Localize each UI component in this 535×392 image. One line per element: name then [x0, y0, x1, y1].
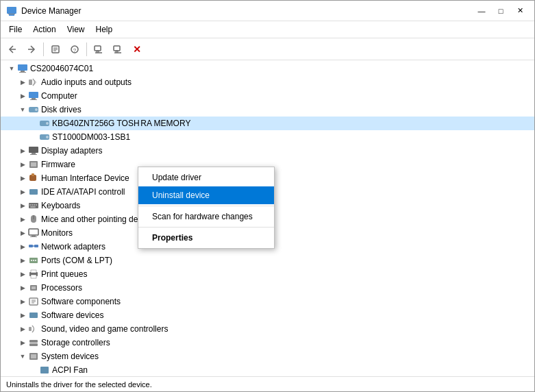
scan-hardware-button[interactable] [90, 41, 108, 58]
disk1-label: KBG40ZNT256G TOSH RA MEMORY [52, 119, 190, 128]
svg-point-52 [33, 260, 34, 261]
menu-action[interactable]: Action [27, 23, 61, 36]
tree-item-ports[interactable]: Ports (COM & LPT) [1, 254, 534, 267]
tree-item-print[interactable]: Print queues [1, 267, 534, 281]
tree-item-audio[interactable]: Audio inputs and outputs [1, 75, 534, 89]
svg-rect-18 [29, 79, 32, 85]
display-expand[interactable] [17, 145, 28, 156]
context-update-driver[interactable]: Update driver [138, 169, 274, 186]
close-button[interactable]: ✕ [511, 4, 529, 18]
tree-item-processors[interactable]: Processors [1, 281, 534, 295]
print-label: Print queues [41, 269, 87, 279]
tree-item-computer[interactable]: Computer [1, 89, 534, 103]
svg-rect-40 [36, 204, 37, 206]
tree-item-softcomp[interactable]: Software components [1, 295, 534, 308]
forward-button[interactable] [23, 41, 40, 58]
sound-expand[interactable] [17, 323, 28, 334]
toolbar-separator-1 [43, 42, 44, 56]
svg-rect-41 [30, 206, 36, 208]
context-scan-hardware[interactable]: Scan for hardware changes [138, 208, 274, 225]
tree-item-acpi1[interactable]: ACPI Fan [1, 363, 534, 376]
disk-label: Disk drives [41, 105, 82, 114]
ports-expand[interactable] [17, 255, 28, 266]
properties-toolbar-button[interactable] [47, 41, 64, 58]
disk2-icon [39, 132, 50, 143]
tree-item-disk2[interactable]: ST1000DM003-1SB1 [1, 130, 534, 144]
delete-toolbar-button[interactable]: ✕ [128, 41, 146, 58]
svg-rect-15 [18, 64, 27, 71]
svg-rect-29 [32, 153, 36, 154]
svg-rect-12 [114, 46, 120, 51]
storage-expand[interactable] [17, 337, 28, 348]
back-button[interactable] [3, 41, 21, 58]
app-icon [6, 5, 17, 16]
mice-expand[interactable] [17, 214, 28, 225]
svg-rect-58 [32, 286, 36, 289]
ide-icon [28, 186, 39, 197]
svg-rect-19 [29, 92, 38, 98]
ports-icon [28, 255, 39, 266]
tree-item-system[interactable]: System devices [1, 350, 534, 363]
menu-help[interactable]: Help [90, 23, 119, 36]
tree-item-disk1[interactable]: KBG40ZNT256G TOSH RA MEMORY [1, 117, 534, 130]
svg-rect-1 [9, 14, 14, 16]
svg-text:?: ? [73, 47, 77, 53]
network-label: Network adapters [41, 242, 105, 252]
svg-rect-28 [29, 147, 38, 153]
tree-item-softdev[interactable]: Software devices [1, 308, 534, 322]
window-title: Device Manager [21, 6, 81, 16]
network-expand[interactable] [17, 241, 28, 252]
maximize-button[interactable]: □ [492, 4, 510, 18]
softcomp-icon [28, 296, 39, 307]
firmware-expand[interactable] [17, 159, 28, 170]
monitors-expand[interactable] [17, 228, 28, 238]
tree-item-disk[interactable]: Disk drives [1, 103, 534, 117]
disk-expand[interactable] [17, 104, 28, 115]
context-uninstall-device[interactable]: Uninstall device [138, 186, 274, 204]
system-expand[interactable] [17, 351, 28, 362]
svg-rect-13 [116, 51, 118, 52]
title-bar-left: Device Manager [6, 5, 81, 16]
context-properties[interactable]: Properties [138, 229, 274, 247]
svg-rect-47 [29, 245, 33, 247]
svg-rect-64 [29, 327, 32, 331]
ide-label: IDE ATA/ATAPI controll [41, 187, 125, 197]
svg-rect-46 [30, 236, 37, 237]
keyboards-expand[interactable] [17, 200, 28, 211]
hid-label: Human Interface Device [41, 173, 129, 183]
firmware-label: Firmware [41, 160, 75, 169]
processors-expand[interactable] [17, 282, 28, 293]
tree-root[interactable]: CS20046074C01 [1, 62, 534, 75]
svg-rect-17 [19, 72, 26, 73]
display-label: Display adapters [41, 146, 102, 156]
tree-item-sound[interactable]: Sound, video and game controllers [1, 322, 534, 336]
minimize-button[interactable]: — [473, 4, 490, 18]
softdev-expand[interactable] [17, 310, 28, 321]
ide-expand[interactable] [17, 186, 28, 197]
root-expand[interactable] [6, 63, 17, 74]
svg-rect-56 [31, 270, 36, 273]
softcomp-expand[interactable] [17, 296, 28, 307]
audio-expand[interactable] [17, 77, 28, 88]
svg-rect-45 [32, 235, 36, 236]
computer-expand[interactable] [17, 90, 28, 101]
svg-rect-37 [29, 204, 31, 206]
svg-point-27 [46, 136, 49, 138]
svg-rect-9 [95, 46, 101, 51]
acpi1-expand [28, 365, 39, 376]
ports-label: Ports (COM & LPT) [41, 256, 112, 265]
tree-item-storage[interactable]: Storage controllers [1, 336, 534, 350]
menu-file[interactable]: File [3, 23, 27, 36]
menu-view[interactable]: View [62, 23, 90, 36]
audio-icon [28, 77, 39, 88]
svg-rect-20 [32, 98, 36, 99]
update-driver-toolbar-button[interactable]: ? [66, 41, 84, 58]
print-expand[interactable] [17, 269, 28, 280]
uninstall-toolbar-button[interactable] [109, 41, 127, 58]
hid-expand[interactable] [17, 173, 28, 184]
svg-point-25 [46, 122, 49, 125]
toolbar-separator-2 [86, 42, 87, 56]
svg-point-51 [31, 260, 32, 261]
svg-rect-30 [30, 154, 37, 155]
tree-item-display[interactable]: Display adapters [1, 144, 534, 158]
